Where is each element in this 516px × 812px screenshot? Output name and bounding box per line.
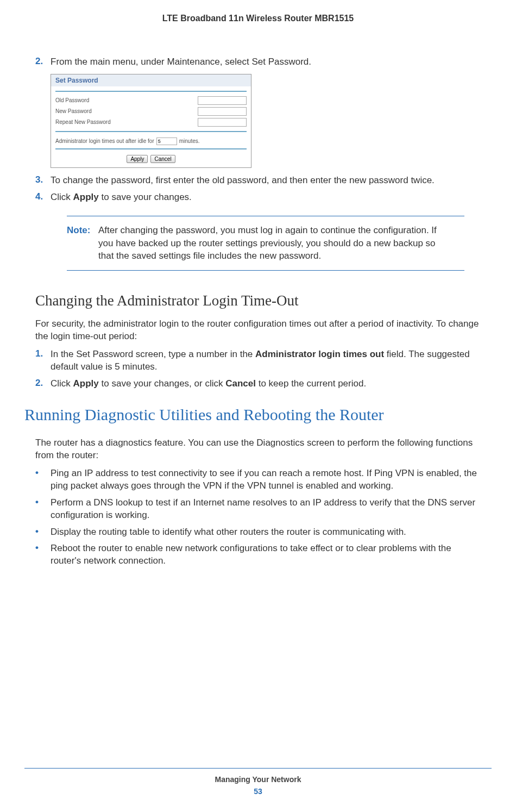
section-timeout-heading: Changing the Administrator Login Time-Ou… [35, 292, 481, 309]
ss-old-label: Old Password [55, 97, 89, 103]
ss-repeat-input [198, 118, 247, 127]
step-2-text: From the main menu, under Maintenance, s… [51, 56, 481, 68]
ss-repeat-row: Repeat New Password [55, 117, 247, 128]
ss-cancel-button: Cancel [150, 155, 175, 163]
ss-new-input [198, 107, 247, 116]
diag-b1-text: Ping an IP address to test connectivity … [51, 467, 481, 492]
page-header: LTE Broadband 11n Wireless Router MBR151… [24, 14, 492, 23]
section-timeout-intro: For security, the administrator login to… [35, 318, 481, 343]
timeout-s2-text: Click Apply to save your changes, or cli… [51, 378, 481, 390]
footer-page-number: 53 [0, 787, 516, 796]
diag-b2-text: Perform a DNS lookup to test if an Inter… [51, 497, 481, 522]
note-label: Note: [67, 224, 98, 263]
diag-bullet-1: • Ping an IP address to test connectivit… [35, 467, 481, 492]
ss-timeout-label-b: minutes. [179, 138, 200, 144]
footer-chapter: Managing Your Network [0, 775, 516, 784]
diag-bullet-4: • Reboot the router to enable new networ… [35, 542, 481, 567]
timeout-s1-text: In the Set Password screen, type a numbe… [51, 348, 481, 373]
ss-new-label: New Password [55, 108, 92, 114]
step-4-text: Click Apply to save your changes. [51, 191, 481, 204]
page-footer: Managing Your Network 53 [0, 768, 516, 796]
step-4: 4. Click Apply to save your changes. [35, 191, 481, 204]
diag-bullet-3: • Display the routing table to identify … [35, 526, 481, 539]
ss-old-input [198, 96, 247, 105]
diag-bullet-2: • Perform a DNS lookup to test if an Int… [35, 497, 481, 522]
bullet-icon: • [35, 526, 51, 539]
note-block: Note: After changing the password, you m… [67, 216, 464, 271]
ss-apply-button: Apply [127, 155, 148, 163]
ss-old-row: Old Password [55, 95, 247, 106]
step-3-text: To change the password, first enter the … [51, 174, 481, 187]
diag-b4-text: Reboot the router to enable new network … [51, 542, 481, 567]
note-text: After changing the password, you must lo… [98, 224, 464, 263]
timeout-step-2: 2. Click Apply to save your changes, or … [35, 378, 481, 390]
step-2-num: 2. [35, 56, 51, 68]
timeout-s1-num: 1. [35, 348, 51, 373]
timeout-s2-num: 2. [35, 378, 51, 390]
ss-title: Set Password [51, 74, 251, 86]
step-3-num: 3. [35, 174, 51, 187]
bullet-icon: • [35, 542, 51, 567]
diag-b3-text: Display the routing table to identify wh… [51, 526, 481, 539]
ss-timeout-input [156, 138, 177, 145]
ss-timeout-label-a: Administrator login times out after idle… [55, 138, 154, 144]
ss-new-row: New Password [55, 106, 247, 117]
section-diag-intro: The router has a diagnostics feature. Yo… [35, 437, 481, 462]
bullet-icon: • [35, 497, 51, 522]
ss-repeat-label: Repeat New Password [55, 119, 111, 125]
section-diag-heading: Running Diagnostic Utilities and Rebooti… [24, 405, 481, 424]
step-3: 3. To change the password, first enter t… [35, 174, 481, 187]
step-4-num: 4. [35, 191, 51, 204]
set-password-screenshot: Set Password Old Password New Password R… [51, 74, 251, 168]
timeout-step-1: 1. In the Set Password screen, type a nu… [35, 348, 481, 373]
ss-timeout-row: Administrator login times out after idle… [55, 135, 247, 147]
bullet-icon: • [35, 467, 51, 492]
step-2: 2. From the main menu, under Maintenance… [35, 56, 481, 68]
